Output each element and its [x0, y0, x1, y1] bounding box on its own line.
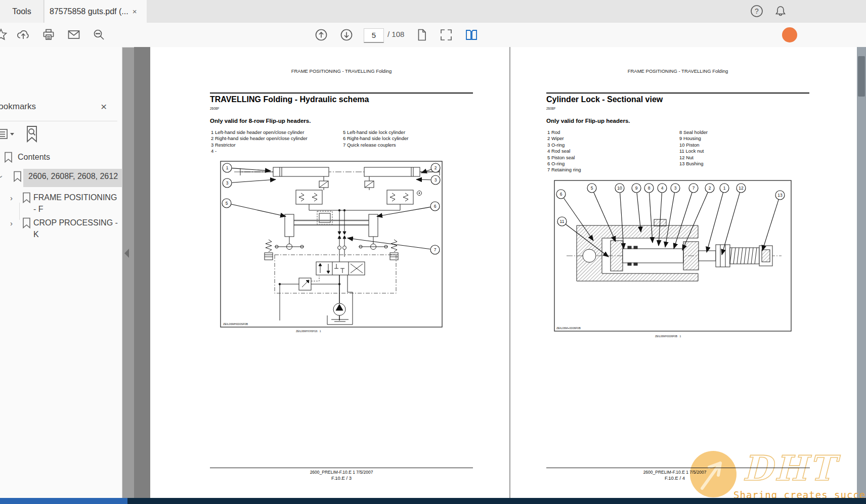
bookmark-item-crop-processing-k[interactable]: ›CROP PROCESSING - K	[0, 217, 122, 241]
bookmark-options-icon[interactable]	[0, 128, 16, 143]
callout-number: 6	[434, 204, 437, 209]
bookmark-item-contents[interactable]: Contents	[0, 151, 122, 168]
footer-right: 2600_PRELIM-F.10.E 1 7/5/2007 F.10.E / 4	[574, 470, 776, 481]
legend-item: 11 Lock nut	[679, 148, 808, 154]
figure-caption-left: ZEIL06MHXX6H16 1	[296, 330, 321, 333]
legend-item: 5 Left-hand side lock cylinder	[343, 129, 472, 135]
single-page-view-icon[interactable]	[415, 28, 429, 42]
legend-right-col1: 1 Rod2 Wiper3 O-ring4 Rod seal5 Piston s…	[547, 129, 676, 173]
print-icon[interactable]	[41, 28, 56, 42]
callout-number: 1	[226, 165, 229, 170]
legend-item: 1 Left-hand side header open/close cylin…	[211, 129, 340, 135]
chevron-right-icon[interactable]: ›	[10, 194, 13, 202]
chevron-down-icon[interactable]: ›	[0, 175, 6, 178]
taskbar[interactable]	[0, 498, 866, 504]
callout-number: 12	[739, 186, 744, 191]
running-header-left: FRAME POSITIONING - TRAVELLING Folding	[235, 68, 448, 74]
legend-item: 5 Piston seal	[547, 155, 676, 161]
page-title-right: Cylinder Lock - Sectional view	[546, 95, 663, 104]
callout-leader	[665, 193, 674, 247]
legend-item: 13 Bushing	[679, 161, 808, 167]
callout-number: 9	[635, 186, 638, 191]
figure-caption-right: ZEIL06MH0006F0B 1	[655, 335, 681, 338]
callout-number: 7	[692, 186, 695, 191]
legend-item: 7 Retaining ring	[547, 167, 676, 173]
legend-left-col2: 5 Left-hand side lock cylinder6 Right-ha…	[343, 129, 472, 148]
bookmark-label: Contents	[18, 151, 50, 163]
title-rule-right	[546, 93, 809, 94]
bookmarks-close-icon[interactable]: ×	[101, 101, 107, 113]
callout-number: 4	[661, 186, 664, 191]
callout-number: 6	[560, 192, 562, 197]
legend-item: 6 Right-hand side lock cylinder	[343, 135, 472, 142]
main-toolbar: 5 / 108	[0, 23, 866, 48]
next-page-icon[interactable]	[339, 28, 354, 42]
callout-leader	[674, 193, 692, 249]
tab-tools[interactable]: Tools	[0, 0, 44, 23]
zoom-search-icon[interactable]	[92, 28, 106, 42]
callout-leader	[620, 193, 624, 249]
bookmark-item-2606-2608f-2608-2612[interactable]: ›2606, 2608F, 2608, 2612	[0, 170, 122, 191]
legend-item: 4 -	[211, 148, 340, 154]
bookmark-search-icon[interactable]	[24, 125, 39, 145]
callout-leader	[722, 193, 740, 255]
tab-document[interactable]: 87575858 guts.pdf (... ×	[45, 0, 147, 23]
callout-number: 2	[435, 165, 437, 170]
bookmark-icon	[13, 171, 22, 182]
notifications-bell-icon[interactable]	[773, 4, 788, 18]
tab-close-icon[interactable]: ×	[133, 7, 137, 16]
legend-item: 10 Piston	[679, 142, 808, 148]
callout-leader	[707, 193, 723, 252]
bookmark-label: 2606, 2608F, 2608, 2612	[28, 170, 118, 182]
callout-leader	[421, 169, 431, 173]
model-code-left: 2608F	[210, 107, 219, 110]
help-icon[interactable]: ?	[750, 4, 764, 18]
subtitle-left: Only valid for 8-row Flip-up headers.	[210, 118, 311, 124]
callout-leader	[416, 179, 431, 180]
page-total-label: / 108	[387, 30, 404, 38]
model-code-right: 2608F	[546, 107, 555, 110]
vertical-scrollbar[interactable]	[857, 47, 866, 498]
scrollbar-thumb[interactable]	[858, 56, 865, 97]
legend-item: 6 O-ring	[547, 161, 676, 167]
figure-corner-label-left: ZEIL06MH000SF0B	[223, 323, 248, 326]
taskbar-active-app[interactable]	[0, 498, 127, 504]
page-edge-shadow	[134, 47, 150, 498]
multi-page-view-icon[interactable]	[439, 28, 453, 42]
callout-leader	[232, 168, 271, 171]
footer-rule-left	[210, 468, 473, 468]
account-avatar[interactable]	[782, 27, 797, 42]
legend-item: 7 Quick release couplers	[343, 142, 472, 148]
star-favorites-icon[interactable]	[0, 28, 8, 42]
callout-number: 8	[648, 186, 651, 191]
callout-leader	[231, 204, 286, 216]
bookmark-item-frame-positioning-f[interactable]: ›FRAME POSITIONING - F	[0, 192, 122, 216]
footer-rule-right	[546, 468, 810, 468]
callout-number: 11	[560, 219, 565, 224]
cylinder-lock-figure: 65109843721121311 ZEIL06M+0006F0B	[554, 180, 792, 334]
legend-item: 2 Right-hand side header open/close cyli…	[211, 135, 340, 142]
collapse-panel-icon[interactable]	[124, 249, 129, 258]
hydraulic-schema-figure: 1233567 ZEIL06MH000SF0B	[220, 161, 443, 330]
callout-leader	[348, 238, 430, 249]
footer-left: 2600_PRELIM-F.10.E 1 7/5/2007 F.10.E / 3	[240, 470, 443, 481]
chevron-right-icon[interactable]: ›	[10, 219, 13, 227]
tab-bar: Tools 87575858 guts.pdf (... × ?	[0, 0, 866, 23]
callout-leader	[377, 207, 430, 216]
page-number-input[interactable]: 5	[364, 28, 384, 43]
cloud-upload-icon[interactable]	[16, 28, 30, 42]
callout-number: 3	[226, 180, 229, 186]
bookmarks-panel-title: Bookmarks	[0, 102, 36, 112]
bookmark-label: FRAME POSITIONING - F	[33, 192, 117, 215]
figure-corner-label-right: ZEIL06M+0006F0B	[556, 327, 581, 330]
tab-document-label: 87575858 guts.pdf (...	[50, 7, 128, 16]
callout-number: 10	[617, 186, 622, 191]
pdf-viewer-window: Tools 87575858 guts.pdf (... × ?	[0, 0, 866, 504]
previous-page-icon[interactable]	[314, 28, 328, 42]
email-icon[interactable]	[67, 28, 81, 42]
legend-item: 8 Seal holder	[679, 129, 808, 135]
callout-number: 13	[777, 193, 783, 198]
two-page-view-icon[interactable]	[464, 28, 479, 42]
callout-leader	[762, 200, 778, 251]
legend-item: 1 Rod	[547, 129, 676, 135]
